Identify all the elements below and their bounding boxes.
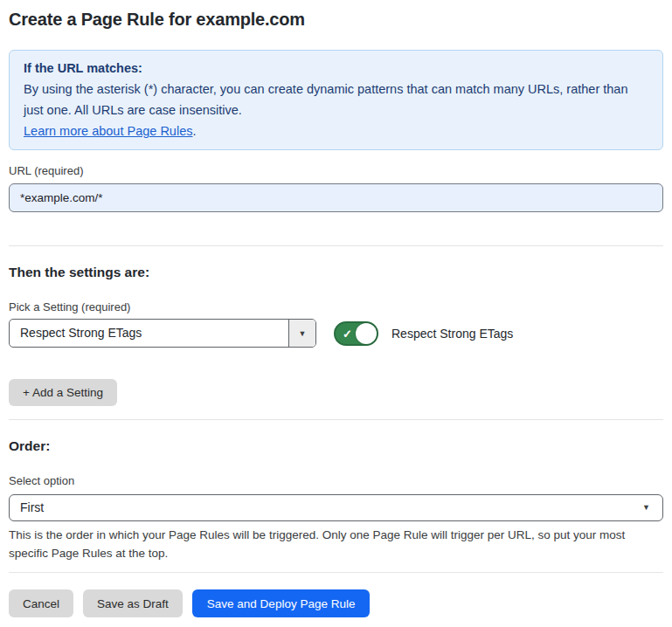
url-input[interactable] [9,183,663,212]
setting-select-value: Respect Strong ETags [10,320,288,347]
url-match-info-box: If the URL matches: By using the asteris… [9,50,663,150]
url-field-label: URL (required) [9,164,663,177]
save-as-draft-button[interactable]: Save as Draft [83,589,183,617]
form-action-buttons: Cancel Save as Draft Save and Deploy Pag… [9,589,663,617]
chevron-down-icon: ▼ [299,329,307,338]
order-helper-text: This is the order in which your Page Rul… [9,526,663,562]
setting-select[interactable]: Respect Strong ETags ▼ [9,319,316,348]
cancel-button[interactable]: Cancel [9,589,73,617]
page-title: Create a Page Rule for example.com [9,9,663,31]
save-and-deploy-button[interactable]: Save and Deploy Page Rule [192,589,371,617]
order-select[interactable]: First ▼ [9,494,663,521]
divider [9,245,663,246]
order-select-label: Select option [9,474,663,487]
toggle-knob [356,323,377,344]
check-icon: ✓ [343,327,352,339]
learn-more-page-rules-link[interactable]: Learn more about Page Rules [24,124,192,138]
info-box-heading: If the URL matches: [24,58,648,79]
setting-row: Respect Strong ETags ▼ ✓ Respect Strong … [9,319,663,348]
divider [9,419,663,420]
etags-toggle-label: Respect Strong ETags [391,327,513,341]
divider [9,572,663,573]
order-select-value: First [20,500,44,514]
settings-section-heading: Then the settings are: [9,265,663,280]
add-setting-button[interactable]: + Add a Setting [9,379,117,406]
create-page-rule-form: Create a Page Rule for example.com If th… [0,0,672,627]
chevron-down-icon: ▼ [642,495,650,520]
etags-toggle[interactable]: ✓ [334,321,378,346]
link-suffix-period: . [192,124,196,138]
order-section-heading: Order: [9,438,663,454]
info-box-link-line: Learn more about Page Rules. [24,121,648,141]
pick-setting-label: Pick a Setting (required) [9,300,663,314]
info-box-body: By using the asterisk (*) character, you… [24,79,648,121]
setting-select-dropdown-button[interactable]: ▼ [288,320,315,347]
